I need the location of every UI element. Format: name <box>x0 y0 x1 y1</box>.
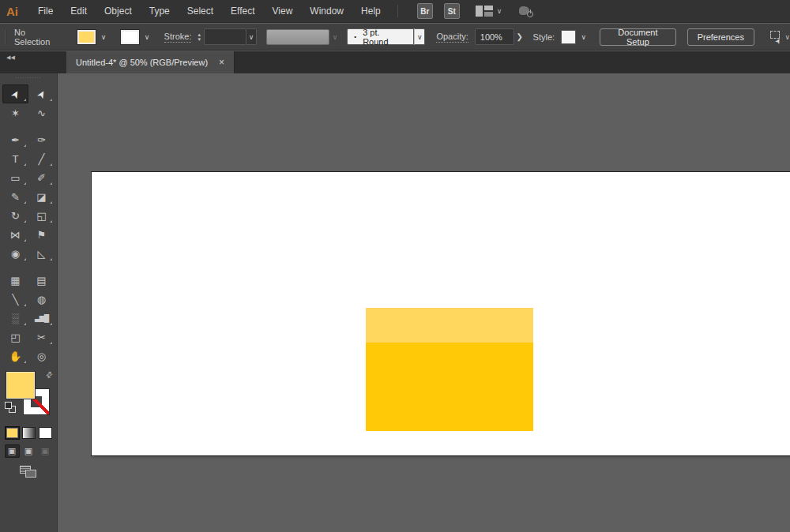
tool-paintbrush[interactable]: ✐ <box>28 168 55 187</box>
menu-object[interactable]: Object <box>96 0 141 23</box>
preferences-button[interactable]: Preferences <box>687 28 754 46</box>
opacity-input[interactable]: 100% <box>475 28 514 45</box>
tool-rotate[interactable]: ↻ <box>2 206 28 225</box>
document-setup-button[interactable]: Document Setup <box>600 28 675 46</box>
tool-mesh[interactable]: ▦ <box>2 271 28 290</box>
change-screen-mode-icon[interactable] <box>20 466 37 478</box>
menubar-divider <box>397 5 398 17</box>
tool-line-segment[interactable]: ╱ <box>28 149 55 168</box>
tools-panel: ➤ ➤ ✶ ∿ ✒ ✑ T ╱ ▭ ✐ ✎ ◪ ↻ ◱ ⋈ ⚑ ◉ ◺ ▦ ▤ … <box>0 73 58 532</box>
stroke-chevron-down-icon[interactable]: ∨ <box>141 29 153 45</box>
tool-artboard[interactable]: ◰ <box>2 328 28 347</box>
tool-curvature[interactable]: ✑ <box>28 130 55 149</box>
stroke-color-combo[interactable]: ∨ <box>121 29 153 45</box>
fill-color-combo[interactable]: ∨ <box>77 29 110 45</box>
panel-grip[interactable] <box>5 30 6 44</box>
draw-inside-icon: ▣ <box>38 444 53 458</box>
tool-eraser[interactable]: ◪ <box>28 187 55 206</box>
menu-edit[interactable]: Edit <box>62 0 96 23</box>
tool-column-graph[interactable]: ▃▆█ <box>28 309 55 328</box>
none-button[interactable] <box>39 427 52 439</box>
profile-chevron-icon[interactable]: ∨ <box>414 28 425 45</box>
color-button[interactable] <box>6 427 19 439</box>
variable-width-profile-combo[interactable]: • 3 pt. Round <box>347 28 414 45</box>
tools-panel-grip[interactable] <box>15 77 42 80</box>
default-fill-stroke-icon[interactable] <box>5 402 16 413</box>
stroke-weight-chevron-icon[interactable]: ∨ <box>246 28 258 45</box>
profile-bullet-icon: • <box>354 33 356 40</box>
tool-eyedropper[interactable]: ╲ <box>2 290 28 309</box>
tab-close-icon[interactable]: × <box>219 58 224 67</box>
gradient-button[interactable] <box>22 427 36 439</box>
fill-chevron-down-icon[interactable]: ∨ <box>98 29 110 45</box>
menu-type[interactable]: Type <box>141 0 179 23</box>
fill-proxy[interactable] <box>6 372 35 399</box>
document-tab[interactable]: Untitled-4* @ 50% (RGB/Preview) × <box>66 51 235 73</box>
tool-lasso[interactable]: ∿ <box>28 103 55 122</box>
tool-rectangle[interactable]: ▭ <box>2 168 28 187</box>
power-icon <box>527 11 533 17</box>
tool-symbol-sprayer[interactable]: ░ <box>2 309 28 328</box>
bridge-button[interactable]: Br <box>417 3 433 19</box>
draw-normal-icon[interactable]: ▣ <box>5 444 20 458</box>
tab-bar: ◀◀ Untitled-4* @ 50% (RGB/Preview) × <box>0 51 790 73</box>
select-similar-chevron-icon[interactable]: ∨ <box>784 33 790 41</box>
tool-magic-wand[interactable]: ✶ <box>2 103 28 122</box>
tool-scale[interactable]: ◱ <box>28 206 55 225</box>
tool-pen[interactable]: ✒ <box>2 130 28 149</box>
workspace-chevron-down-icon[interactable]: ∨ <box>497 7 502 15</box>
menu-view[interactable]: View <box>264 0 302 23</box>
selection-status: No Selection <box>14 28 57 47</box>
stroke-weight-label[interactable]: Stroke: <box>164 32 192 43</box>
tool-hand[interactable]: ✋ <box>2 347 28 365</box>
style-label: Style: <box>533 32 555 42</box>
style-swatch[interactable] <box>561 30 576 44</box>
select-similar-icon[interactable]: ➤ <box>769 31 781 43</box>
tool-shape-builder[interactable]: ◉ <box>2 244 28 263</box>
drawing-mode-row: ▣ ▣ ▣ <box>0 444 57 458</box>
tool-gradient[interactable]: ▤ <box>28 271 55 290</box>
paint-mode-row <box>0 427 57 439</box>
tool-shaper[interactable]: ✎ <box>2 187 28 206</box>
tool-slice[interactable]: ✂ <box>28 328 55 347</box>
stepper-down-icon[interactable]: ▾ <box>198 37 201 42</box>
touch-workspace-icon[interactable] <box>519 5 533 17</box>
menu-select[interactable]: Select <box>179 0 222 23</box>
style-chevron-icon[interactable]: ∨ <box>578 29 589 45</box>
menu-window[interactable]: Window <box>301 0 352 23</box>
fill-stroke-proxy: ⇄ <box>2 370 55 422</box>
menu-effect[interactable]: Effect <box>222 0 263 23</box>
tool-puppet-warp[interactable]: ⚑ <box>28 225 55 244</box>
tool-grid: ➤ ➤ ✶ ∿ ✒ ✑ T ╱ ▭ ✐ ✎ ◪ ↻ ◱ ⋈ ⚑ ◉ ◺ ▦ ▤ … <box>2 84 55 365</box>
menu-help[interactable]: Help <box>352 0 389 23</box>
tool-selection[interactable]: ➤ <box>2 84 28 103</box>
menu-file[interactable]: File <box>29 0 62 23</box>
menu-bar: Ai File Edit Object Type Select Effect V… <box>0 0 790 23</box>
stroke-weight-stepper[interactable]: ▴ ▾ <box>198 32 201 42</box>
tool-direct-selection[interactable]: ➤ <box>28 84 55 103</box>
tool-zoom[interactable]: ◎ <box>28 347 55 365</box>
opacity-label[interactable]: Opacity: <box>436 32 468 43</box>
stock-button[interactable]: St <box>444 3 460 19</box>
tool-width[interactable]: ⋈ <box>2 225 28 244</box>
tool-blend[interactable]: ◍ <box>28 290 55 309</box>
brush-chevron-icon-disabled: ∨ <box>333 33 338 41</box>
tool-type[interactable]: T <box>2 149 28 168</box>
collapse-panel-icon[interactable]: ◀◀ <box>6 54 15 61</box>
yellow-rectangle-top-band[interactable] <box>366 308 533 343</box>
workspace-switcher-icon[interactable] <box>476 6 493 17</box>
stroke-swatch-none[interactable] <box>121 30 139 44</box>
draw-behind-icon[interactable]: ▣ <box>21 444 36 458</box>
tool-perspective-grid[interactable]: ◺ <box>28 244 55 263</box>
control-bar: No Selection ∨ ∨ Stroke: ▴ ▾ ∨ ∨ • 3 pt.… <box>0 24 790 51</box>
profile-value: 3 pt. Round <box>363 28 407 47</box>
illustrator-logo: Ai <box>6 5 18 18</box>
fill-swatch[interactable] <box>77 30 96 44</box>
yellow-rectangle-shape[interactable] <box>366 308 533 431</box>
document-tab-title: Untitled-4* @ 50% (RGB/Preview) <box>76 58 208 67</box>
stroke-weight-input[interactable] <box>204 28 246 45</box>
brush-definition-preview[interactable] <box>266 29 329 45</box>
swap-fill-stroke-icon[interactable]: ⇄ <box>43 369 54 380</box>
opacity-arrow-icon[interactable]: ❯ <box>514 28 525 45</box>
yellow-rectangle-bottom-band[interactable] <box>366 343 533 431</box>
